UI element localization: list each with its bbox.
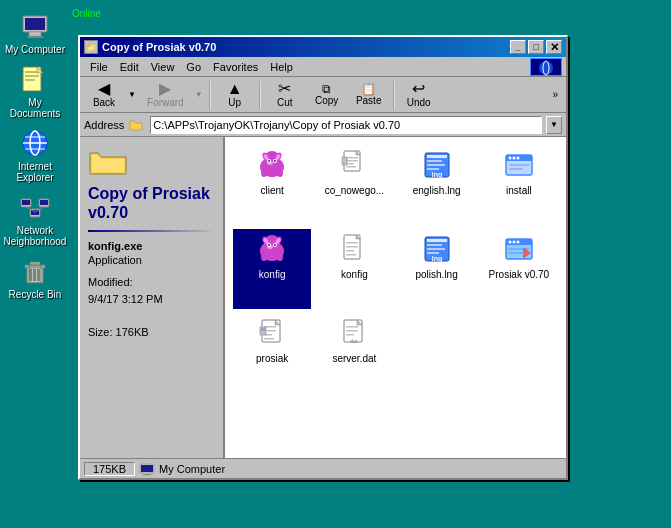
svg-point-73 bbox=[274, 244, 276, 246]
svg-rect-6 bbox=[25, 75, 39, 77]
file-icon-prosiak-exe bbox=[503, 233, 535, 265]
svg-text:dat: dat bbox=[351, 338, 359, 344]
file-icon-english-lng: lng bbox=[421, 149, 453, 181]
status-computer-label: My Computer bbox=[159, 463, 225, 475]
title-buttons: _ □ ✕ bbox=[510, 40, 562, 54]
menu-bar: File Edit View Go Favorites Help bbox=[80, 57, 566, 77]
close-button[interactable]: ✕ bbox=[546, 40, 562, 54]
menu-view[interactable]: View bbox=[145, 59, 181, 75]
file-item-english-lng[interactable]: lng english.lng bbox=[398, 145, 476, 225]
file-name-prosiak-exe: Prosiak v0.70 bbox=[489, 269, 550, 281]
status-bar: 175KB My Computer bbox=[80, 458, 566, 478]
svg-rect-51 bbox=[427, 160, 442, 162]
file-name-client: client bbox=[260, 185, 283, 197]
svg-rect-107 bbox=[346, 334, 354, 336]
copy-button[interactable]: ⧉ Copy bbox=[307, 80, 347, 109]
svg-point-41 bbox=[261, 169, 267, 177]
file-item-konfig-txt[interactable]: konfig bbox=[315, 229, 393, 309]
up-button[interactable]: ▲ Up bbox=[215, 78, 255, 111]
recycle-bin-icon bbox=[19, 255, 51, 287]
svg-point-92 bbox=[512, 241, 515, 244]
address-folder-icon bbox=[128, 117, 144, 133]
file-icon-konfig-exe bbox=[256, 233, 288, 265]
desktop-icon-my-computer[interactable]: My Computer bbox=[5, 10, 65, 55]
status-computer: My Computer bbox=[139, 463, 225, 475]
toolbar-more[interactable]: » bbox=[548, 89, 562, 100]
svg-rect-53 bbox=[427, 168, 439, 170]
svg-rect-95 bbox=[509, 252, 523, 254]
up-label: Up bbox=[228, 97, 241, 108]
svg-rect-3 bbox=[27, 36, 43, 38]
svg-point-75 bbox=[261, 253, 267, 261]
svg-rect-105 bbox=[346, 326, 358, 328]
recycle-bin-label: Recycle Bin bbox=[9, 289, 62, 300]
svg-rect-45 bbox=[346, 160, 358, 162]
window-title: Copy of Prosiak v0.70 bbox=[102, 41, 216, 53]
desktop-icon-internet-explorer[interactable]: Internet Explorer bbox=[5, 127, 65, 183]
svg-rect-24 bbox=[37, 269, 40, 281]
file-name-prosiak-doc: prosiak bbox=[256, 353, 288, 365]
modified-label: Modified: bbox=[88, 274, 215, 291]
my-documents-label: My Documents bbox=[5, 97, 65, 119]
undo-label: Undo bbox=[407, 97, 431, 108]
file-name-english-lng: english.lng bbox=[413, 185, 461, 197]
svg-rect-44 bbox=[346, 157, 358, 159]
back-button[interactable]: ◀ Back bbox=[84, 78, 124, 111]
file-item-polish-lng[interactable]: lng polish.lng bbox=[398, 229, 476, 309]
ie-logo-toolbar bbox=[530, 58, 562, 76]
undo-button[interactable]: ↩ Undo bbox=[399, 78, 439, 111]
svg-rect-16 bbox=[40, 200, 48, 205]
desktop-icon-recycle-bin[interactable]: Recycle Bin bbox=[5, 255, 65, 300]
status-size: 175KB bbox=[84, 462, 135, 476]
svg-rect-7 bbox=[25, 79, 35, 81]
file-item-prosiak-doc[interactable]: prosiak bbox=[233, 313, 311, 393]
maximize-button[interactable]: □ bbox=[528, 40, 544, 54]
svg-point-76 bbox=[277, 253, 283, 261]
forward-dropdown[interactable]: ▼ bbox=[193, 81, 205, 109]
svg-rect-47 bbox=[346, 166, 356, 168]
panel-filename: konfig.exe bbox=[88, 240, 215, 252]
modified-text: Modified: bbox=[88, 276, 133, 288]
address-label: Address bbox=[84, 119, 124, 131]
toolbar-divider-3 bbox=[393, 81, 395, 109]
network-icon bbox=[19, 191, 51, 223]
file-item-prosiak-exe[interactable]: Prosiak v0.70 bbox=[480, 229, 558, 309]
svg-rect-101 bbox=[264, 338, 274, 340]
back-icon: ◀ bbox=[98, 81, 110, 97]
menu-file[interactable]: File bbox=[84, 59, 114, 75]
menu-help[interactable]: Help bbox=[264, 59, 299, 75]
desktop: My Computer My Documents Internet Explor bbox=[0, 0, 70, 528]
svg-rect-112 bbox=[143, 474, 151, 475]
forward-button[interactable]: ▶ Forward bbox=[140, 78, 191, 111]
svg-rect-48 bbox=[342, 157, 347, 165]
minimize-button[interactable]: _ bbox=[510, 40, 526, 54]
menu-favorites[interactable]: Favorites bbox=[207, 59, 264, 75]
file-icon-install bbox=[503, 149, 535, 181]
file-item-server-dat[interactable]: dat server.dat bbox=[315, 313, 393, 393]
online-indicator: Online bbox=[72, 8, 101, 19]
file-item-co-nowego[interactable]: co_nowego... bbox=[315, 145, 393, 225]
content-area: Copy of Prosiak v0.70 konfig.exe Applica… bbox=[80, 137, 566, 458]
title-bar-left: 📁 Copy of Prosiak v0.70 bbox=[84, 40, 216, 54]
svg-rect-52 bbox=[427, 164, 445, 166]
toolbar: ◀ Back ▼ ▶ Forward ▼ ▲ Up ✂ Cut ⧉ Copy 📋… bbox=[80, 77, 566, 113]
address-bar: Address C:\APPs\TrojanyOK\Trojany\Copy o… bbox=[80, 113, 566, 137]
menu-go[interactable]: Go bbox=[180, 59, 207, 75]
paste-button[interactable]: 📋 Paste bbox=[349, 80, 389, 109]
svg-point-60 bbox=[516, 157, 519, 160]
desktop-icon-my-documents[interactable]: My Documents bbox=[5, 63, 65, 119]
size-label: Size: 176KB bbox=[88, 324, 215, 341]
file-icon-polish-lng: lng bbox=[421, 233, 453, 265]
menu-edit[interactable]: Edit bbox=[114, 59, 145, 75]
file-name-konfig-exe: konfig bbox=[259, 269, 286, 281]
file-item-client[interactable]: client bbox=[233, 145, 311, 225]
file-item-install[interactable]: install bbox=[480, 145, 558, 225]
svg-rect-84 bbox=[427, 244, 442, 246]
file-item-konfig-exe[interactable]: konfig bbox=[233, 229, 311, 309]
address-input[interactable]: C:\APPs\TrojanyOK\Trojany\Copy of Prosia… bbox=[150, 116, 542, 134]
desktop-icon-network-neighborhood[interactable]: Network Neighborhood bbox=[5, 191, 65, 247]
cut-button[interactable]: ✂ Cut bbox=[265, 78, 305, 111]
address-dropdown[interactable]: ▼ bbox=[546, 116, 562, 134]
back-dropdown[interactable]: ▼ bbox=[126, 81, 138, 109]
up-icon: ▲ bbox=[227, 81, 243, 97]
